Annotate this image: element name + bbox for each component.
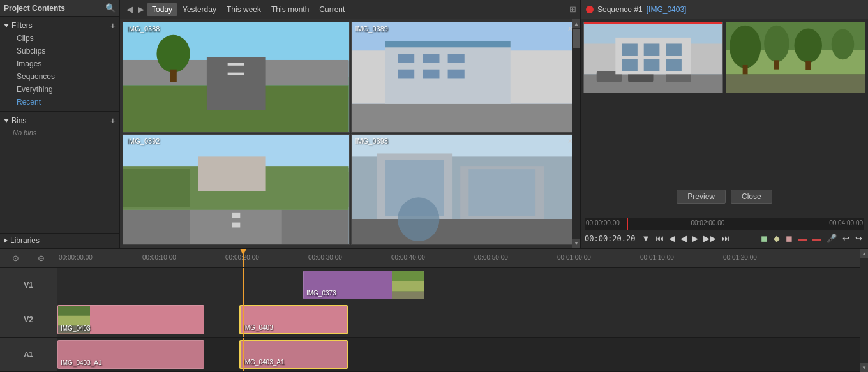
clip-389-label: IMG_0389 [355, 25, 388, 33]
nav-back-button[interactable]: ◀ [124, 3, 135, 15]
clip-v1-label: IMG_0373 [306, 290, 336, 297]
step-back-button[interactable]: ◀ [667, 233, 677, 244]
filters-header[interactable]: Filters + [0, 19, 119, 32]
filter-item-images[interactable]: Images [13, 57, 119, 70]
go-to-end-button[interactable]: ⏭ [719, 233, 731, 244]
audio-button[interactable]: 🎤 [825, 233, 839, 244]
scroll-down-arrow[interactable]: ▼ [572, 239, 580, 248]
thismonth-button[interactable]: This month [266, 3, 314, 16]
svg-point-4 [156, 35, 190, 73]
preview-dots: · · · · · · · · [698, 209, 751, 215]
clip-card-393[interactable]: IMG_0393 ✕ [351, 134, 578, 245]
clip-v2-0403-1[interactable]: IMG_0403 [57, 305, 204, 334]
tl-scroll-up[interactable]: ▲ [860, 249, 868, 258]
current-timecode: 00:00:20.20 [585, 234, 635, 243]
clip-card-392[interactable]: IMG_0392 [123, 134, 350, 245]
ffwd-button[interactable]: ↪ [853, 233, 864, 244]
scroll-up-arrow[interactable]: ▲ [572, 19, 580, 28]
svg-rect-16 [398, 70, 414, 79]
preview-timebar[interactable]: 00:00:00.00 00:02:00.00 00:04:00.00 [585, 218, 864, 230]
libraries-section[interactable]: Libraries [0, 233, 119, 248]
step-fwd-button[interactable]: ▶▶ [701, 233, 718, 244]
scroll-thumb[interactable] [573, 29, 580, 48]
top-section: Project Contents 🔍 Filters + Clips Subcl… [0, 0, 868, 248]
svg-rect-30 [352, 219, 578, 244]
svg-point-54 [795, 29, 822, 63]
browser-panel: ◀ ▶ Today Yesterday This week This month… [120, 0, 581, 248]
zoom-in-button[interactable]: ⊖ [37, 253, 45, 264]
preview-panel: Sequence #1 [IMG_0403] [581, 0, 868, 248]
timeline-vscroll[interactable]: ▲ ▼ [860, 249, 868, 372]
today-button[interactable]: Today [147, 3, 177, 16]
svg-point-55 [832, 29, 855, 60]
yesterday-button[interactable]: Yesterday [177, 3, 221, 16]
step-back2-button[interactable]: ◀ [678, 233, 689, 244]
ruler-mark-30: 00:00:30.00 [308, 254, 342, 261]
filter-item-recent[interactable]: Recent [13, 96, 119, 108]
bins-header[interactable]: Bins + [0, 114, 119, 127]
project-contents-title: Project Contents [4, 4, 65, 13]
clip-393-close-icon[interactable]: ✕ [567, 137, 573, 145]
filters-label-group: Filters [4, 21, 33, 30]
video-button[interactable]: ▬ [797, 233, 809, 244]
preview-thumb-right[interactable] [726, 22, 865, 93]
filter-item-clips[interactable]: Clips [13, 32, 119, 45]
out-point-button[interactable]: ◼ [784, 233, 795, 244]
timecode-mid: 00:02:00.00 [691, 219, 724, 227]
rewind-button[interactable]: ↩ [841, 233, 851, 244]
browser-content: IMG_0388 [120, 19, 580, 248]
clip-389-close-icon[interactable]: ✕ [567, 25, 573, 33]
filter-item-subclips[interactable]: Subclips [13, 45, 119, 57]
clip-card-389[interactable]: IMG_0389 ✕ [351, 22, 578, 133]
go-to-start-button[interactable]: ⏮ [654, 233, 666, 244]
clip-v1-0373[interactable]: IMG_0373 [303, 271, 424, 299]
clip-v2-0403-2[interactable]: IMG_0403 [239, 305, 348, 334]
current-button[interactable]: Current [314, 3, 350, 16]
clip-a1-label-1: IMG_0403_A1 [61, 359, 102, 366]
svg-rect-17 [423, 70, 439, 79]
clip-393-label: IMG_0393 [355, 137, 388, 145]
libraries-expand-icon [4, 238, 8, 243]
diamond-button[interactable]: ◆ [772, 233, 782, 244]
video2-button[interactable]: ▬ [811, 233, 823, 244]
clip-388-svg [123, 22, 349, 132]
close-button[interactable]: Close [731, 190, 772, 204]
preview-thumb-right-svg [726, 22, 865, 93]
bins-add-icon[interactable]: + [110, 116, 116, 125]
preview-thumb-left[interactable] [583, 22, 723, 93]
svg-rect-51 [726, 74, 865, 93]
clip-card-388[interactable]: IMG_0388 [123, 22, 350, 133]
clip-a1-0403-2[interactable]: IMG_0403_A1 [239, 340, 348, 369]
clip-392-label: IMG_0392 [127, 137, 160, 145]
tl-scroll-down[interactable]: ▼ [860, 363, 868, 372]
clip-389-thumbnail [352, 22, 578, 132]
filter-item-sequences[interactable]: Sequences [13, 70, 119, 83]
filters-add-icon[interactable]: + [110, 21, 116, 30]
clip-a1-0403-1[interactable]: IMG_0403_A1 [57, 340, 204, 369]
svg-rect-6 [228, 63, 244, 66]
preview-red-bar [584, 22, 722, 24]
svg-rect-26 [232, 213, 240, 218]
clip-389-svg [352, 22, 578, 132]
filter-item-everything[interactable]: Everything [13, 83, 119, 96]
dropdown-btn[interactable]: ▼ [640, 233, 652, 244]
zoom-out-button[interactable]: ⊙ [11, 253, 20, 264]
clip-392-svg [123, 135, 349, 244]
ruler-mark-70: 00:01:10.00 [640, 254, 674, 261]
svg-point-52 [730, 26, 761, 68]
svg-rect-61 [392, 292, 424, 299]
search-icon[interactable]: 🔍 [105, 3, 116, 13]
clip-v2-label-1: IMG_0403 [61, 325, 91, 332]
ruler-mark-50: 00:00:50.00 [474, 254, 508, 261]
in-point-button[interactable]: ◼ [759, 233, 770, 244]
timeline-ruler[interactable]: 00:00:00.00 00:00:10.00 00:00:20.00 00:0… [57, 249, 860, 268]
grid-view-icon[interactable]: ⊞ [569, 4, 576, 14]
timeline-main: 00:00:00.00 00:00:10.00 00:00:20.00 00:0… [57, 249, 860, 372]
nav-forward-button[interactable]: ▶ [135, 3, 147, 15]
thisweek-button[interactable]: This week [221, 3, 266, 16]
svg-rect-14 [423, 54, 439, 63]
preview-button[interactable]: Preview [677, 190, 726, 204]
timeline-playhead[interactable] [243, 249, 244, 267]
browser-scrollbar[interactable]: ▲ ▼ [572, 19, 580, 248]
play-button[interactable]: ▶ [690, 233, 700, 244]
